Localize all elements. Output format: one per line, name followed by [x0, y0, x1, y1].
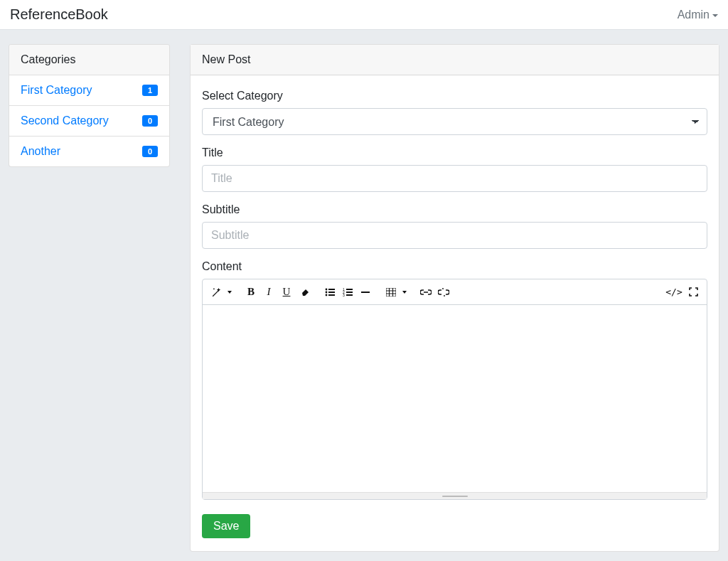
clear-format-button[interactable]: [296, 284, 312, 300]
svg-point-4: [326, 294, 328, 296]
svg-text:3: 3: [343, 293, 345, 296]
svg-rect-9: [346, 292, 353, 293]
bold-button[interactable]: B: [243, 284, 259, 300]
main-content: New Post Select Category First Category …: [190, 44, 719, 552]
editor-toolbar: B I U: [203, 279, 707, 305]
sidebar: Categories First Category 1 Second Categ…: [9, 44, 170, 552]
category-select[interactable]: First Category: [202, 108, 707, 135]
brand-link[interactable]: ReferenceBook: [10, 6, 108, 23]
code-view-button[interactable]: </>: [665, 284, 683, 300]
svg-rect-12: [361, 292, 370, 293]
content-editable[interactable]: [203, 305, 707, 492]
unordered-list-button[interactable]: [322, 284, 338, 300]
content-label: Content: [202, 260, 707, 273]
sidebar-item-label: First Category: [21, 84, 92, 97]
sidebar-item-second-category[interactable]: Second Category 0: [9, 105, 169, 136]
title-input[interactable]: [202, 165, 707, 192]
unlink-button[interactable]: [436, 284, 451, 300]
save-button[interactable]: Save: [202, 514, 250, 538]
underline-icon: U: [283, 286, 291, 298]
bold-icon: B: [247, 286, 255, 298]
italic-icon: I: [267, 286, 271, 298]
ordered-list-button[interactable]: 123: [340, 284, 355, 300]
sidebar-item-label: Another: [21, 145, 60, 158]
svg-rect-1: [328, 289, 335, 290]
eraser-icon: [300, 288, 309, 296]
table-icon: [386, 288, 396, 296]
subtitle-input[interactable]: [202, 222, 707, 249]
minus-icon: [360, 287, 370, 297]
fullscreen-icon: [689, 287, 698, 296]
editor-resize-handle[interactable]: [203, 492, 707, 499]
sidebar-item-first-category[interactable]: First Category 1: [9, 75, 169, 105]
navbar: ReferenceBook Admin: [0, 0, 728, 30]
title-label: Title: [202, 146, 707, 159]
list-ol-icon: 123: [343, 288, 353, 296]
subtitle-label: Subtitle: [202, 203, 707, 216]
category-label: Select Category: [202, 90, 707, 102]
svg-rect-11: [346, 294, 353, 296]
style-caret[interactable]: [226, 284, 233, 300]
svg-rect-5: [328, 294, 335, 296]
user-dropdown[interactable]: Admin: [678, 9, 718, 21]
count-badge: 0: [142, 115, 158, 127]
count-badge: 1: [142, 85, 158, 96]
code-icon: </>: [665, 287, 682, 297]
svg-point-2: [326, 291, 328, 293]
svg-rect-3: [328, 292, 335, 293]
sidebar-item-another[interactable]: Another 0: [9, 136, 169, 166]
svg-rect-13: [386, 288, 396, 296]
magic-wand-icon: [211, 287, 221, 297]
table-caret[interactable]: [401, 284, 408, 300]
list-ul-icon: [325, 288, 335, 296]
italic-button[interactable]: I: [261, 284, 277, 300]
caret-down-icon: [712, 14, 718, 17]
table-button[interactable]: [383, 284, 399, 300]
link-icon: [420, 288, 432, 296]
horizontal-rule-button[interactable]: [358, 284, 373, 300]
count-badge: 0: [142, 146, 158, 157]
svg-point-0: [326, 288, 328, 290]
magic-style-button[interactable]: [208, 284, 224, 300]
fullscreen-button[interactable]: [685, 284, 701, 300]
new-post-card: New Post Select Category First Category …: [190, 44, 719, 552]
unlink-icon: [438, 287, 449, 297]
caret-down-icon: [402, 291, 407, 294]
card-heading: New Post: [191, 45, 719, 75]
sidebar-heading: Categories: [9, 45, 169, 75]
user-label: Admin: [678, 9, 710, 21]
underline-button[interactable]: U: [279, 284, 294, 300]
sidebar-item-label: Second Category: [21, 114, 109, 127]
link-button[interactable]: [418, 284, 434, 300]
svg-rect-7: [346, 289, 353, 290]
rich-text-editor: B I U: [202, 279, 707, 500]
caret-down-icon: [228, 291, 232, 294]
